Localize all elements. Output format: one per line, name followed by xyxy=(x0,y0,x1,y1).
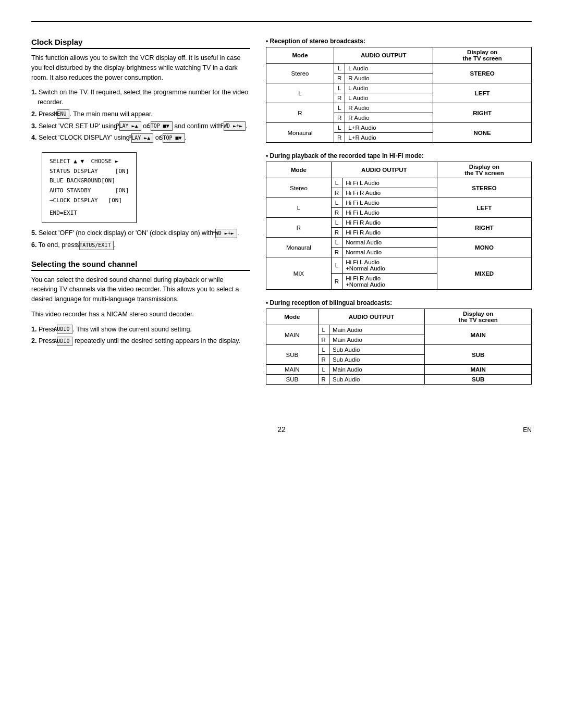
table-row: MAIN L Main Audio MAIN xyxy=(266,325,532,335)
mode-R: R xyxy=(266,103,334,123)
table-row: SUB L Sub Audio SUB xyxy=(266,345,532,355)
display-none: NONE xyxy=(433,123,532,143)
output-cell: R Audio xyxy=(345,103,433,113)
stereo-table-section: Reception of stereo broadcasts: Mode AUD… xyxy=(266,38,532,143)
lr-R: R xyxy=(334,133,345,143)
output-cell: L+R Audio xyxy=(345,133,433,143)
osd-header: SELECT ▲ ▼ CHOOSE ► xyxy=(50,157,129,167)
page-layout: Clock Display This function allows you t… xyxy=(31,38,532,394)
audio-btn1: AUDIO xyxy=(57,325,72,334)
table-row: Stereo L L Audio STEREO xyxy=(266,64,532,73)
menu-button-inline: MENU xyxy=(57,109,69,119)
hifi-col-output: AUDIO OUTPUT xyxy=(331,162,437,178)
stereo-table: Mode AUDIO OUTPUT Display onthe TV scree… xyxy=(266,47,532,143)
display-right: RIGHT xyxy=(433,103,532,123)
mode-stereo: Stereo xyxy=(266,64,334,83)
output-cell: L Audio xyxy=(345,64,433,73)
lr-L: L xyxy=(334,64,345,73)
clock-steps-list: 1. Switch on the TV. If required, select… xyxy=(31,88,250,143)
sound-channel-section: Selecting the sound channel You can sele… xyxy=(31,260,250,347)
clock-step-3: 3. Select 'VCR SET UP' using PLAY ►▲ or … xyxy=(31,121,250,131)
stop-down-btn: STOP ■▼ xyxy=(151,121,173,131)
table-row: MIX L Hi Fi L Audio+Normal Audio MIXED xyxy=(266,257,532,274)
left-column: Clock Display This function allows you t… xyxy=(31,38,250,394)
mode-stereo: Stereo xyxy=(266,178,332,198)
status-exit-btn: STATUS/EXIT xyxy=(79,241,114,250)
play-up-btn2: PLAY ►▲ xyxy=(131,133,153,143)
clock-display-section: Clock Display This function allows you t… xyxy=(31,38,250,250)
output-cell: R Audio xyxy=(345,113,433,123)
stop-down-btn2: STOP ■▼ xyxy=(163,133,185,143)
mode-sub: SUB xyxy=(266,345,319,365)
sound-channel-intro2: This video recorder has a NICAM stereo s… xyxy=(31,310,250,319)
mode-main: MAIN xyxy=(266,325,319,345)
clock-step-2: 2. Press MENU. The main menu will appear… xyxy=(31,109,250,119)
output-cell: L Audio xyxy=(345,83,433,93)
clock-step-6: 6. To end, press STATUS/EXIT. xyxy=(31,240,250,250)
osd-line2: BLUE BACKGROUND[ON] xyxy=(50,176,129,186)
lr-L: L xyxy=(334,123,345,133)
table-row: L L L Audio LEFT xyxy=(266,83,532,93)
fwd-btn2: FWD ►+► xyxy=(215,229,237,238)
stereo-table-heading: Reception of stereo broadcasts: xyxy=(266,38,532,45)
hifi-col-display: Display onthe TV screen xyxy=(437,162,531,178)
lr-R: R xyxy=(334,113,345,123)
bilingual-table: Mode AUDIO OUTPUT Display onthe TV scree… xyxy=(266,309,532,385)
mode-monaural: Monaural xyxy=(266,238,332,257)
table-row: SUB R Sub Audio SUB xyxy=(266,375,532,385)
top-divider xyxy=(31,21,532,22)
bilingual-table-heading: During reception of bilingual broadcasts… xyxy=(266,299,532,306)
sound-channel-title: Selecting the sound channel xyxy=(31,260,250,271)
sound-steps-list: 1. Press AUDIO. This will show the curre… xyxy=(31,325,250,347)
stereo-col-output: AUDIO OUTPUT xyxy=(334,47,433,64)
osd-footer: END=EXIT xyxy=(50,208,129,218)
audio-btn2: AUDIO xyxy=(57,337,72,346)
stereo-col-display: Display onthe TV screen xyxy=(433,47,532,64)
display-stereo: STEREO xyxy=(433,64,532,83)
mode-L: L xyxy=(266,83,334,103)
page-number: 22 xyxy=(277,425,286,434)
table-row: L L Hi Fi L Audio LEFT xyxy=(266,198,532,208)
output-cell: L+R Audio xyxy=(345,123,433,133)
mode-monaural: Monaural xyxy=(266,123,334,143)
mode-R: R xyxy=(266,218,332,238)
mode-mix: MIX xyxy=(266,257,332,290)
clock-display-title: Clock Display xyxy=(31,38,250,49)
osd-line1: STATUS DISPLAY [ON] xyxy=(50,167,129,177)
clock-step-5: 5. Select 'OFF' (no clock display) or 'O… xyxy=(31,228,250,238)
display-left: LEFT xyxy=(433,83,532,103)
hifi-col-mode: Mode xyxy=(266,162,332,178)
table-row: Stereo L Hi Fi L Audio STEREO xyxy=(266,178,532,188)
clock-steps-list2: 5. Select 'OFF' (no clock display) or 'O… xyxy=(31,228,250,250)
table-row: R L R Audio RIGHT xyxy=(266,103,532,113)
osd-line4: →CLOCK DISPLAY [ON] xyxy=(50,196,129,206)
table-row: R L Hi Fi R Audio RIGHT xyxy=(266,218,532,228)
mode-main-sub-sub: SUB xyxy=(266,375,319,385)
clock-step-4: 4. Select 'CLOCK DISPLAY' using PLAY ►▲ … xyxy=(31,133,250,143)
bilingual-table-section: During reception of bilingual broadcasts… xyxy=(266,299,532,385)
output-cell: L Audio xyxy=(345,93,433,103)
bilingual-col-display: Display onthe TV screen xyxy=(425,309,532,325)
osd-display-box: SELECT ▲ ▼ CHOOSE ► STATUS DISPLAY [ON] … xyxy=(42,152,137,223)
bilingual-col-output: AUDIO OUTPUT xyxy=(318,309,425,325)
lr-R: R xyxy=(334,73,345,83)
lr-L: L xyxy=(334,103,345,113)
language-label: EN xyxy=(523,426,532,434)
table-row: Monaural L Normal Audio MONO xyxy=(266,238,532,248)
play-up-btn: PLAY ►▲ xyxy=(119,121,141,131)
table-row: MAIN L Main Audio MAIN xyxy=(266,365,532,375)
right-column: Reception of stereo broadcasts: Mode AUD… xyxy=(266,38,532,394)
sound-channel-intro: You can select the desired sound channel… xyxy=(31,275,250,304)
clock-step-1: 1. Switch on the TV. If required, select… xyxy=(31,88,250,107)
hifi-table: Mode AUDIO OUTPUT Display onthe TV scree… xyxy=(266,162,532,290)
bilingual-col-mode: Mode xyxy=(266,309,319,325)
osd-line3: AUTO STANDBY [ON] xyxy=(50,186,129,196)
sound-step-2: 2. Press AUDIO repeatedly until the desi… xyxy=(31,336,250,346)
lr-L: L xyxy=(334,83,345,93)
lr-R: R xyxy=(334,93,345,103)
output-cell: R Audio xyxy=(345,73,433,83)
mode-L: L xyxy=(266,198,332,218)
stereo-col-mode: Mode xyxy=(266,47,334,64)
table-row: Monaural L L+R Audio NONE xyxy=(266,123,532,133)
mode-main-sub-main: MAIN xyxy=(266,365,319,375)
